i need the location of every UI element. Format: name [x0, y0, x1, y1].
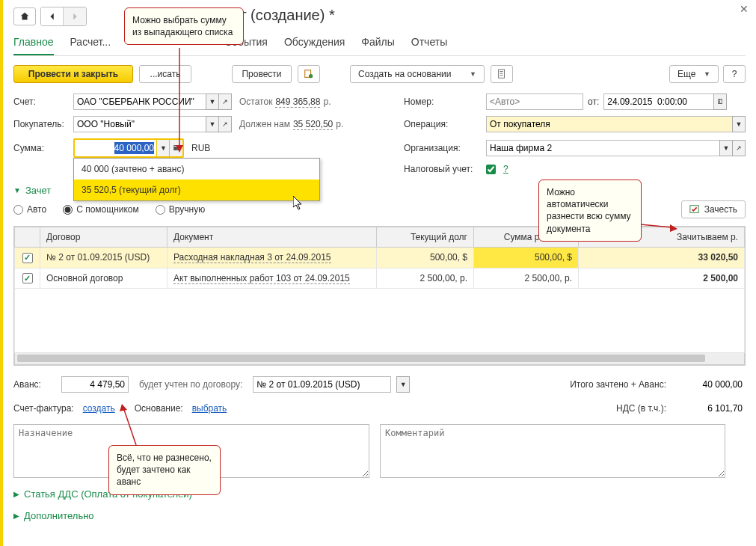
tab-calc[interactable]: Расчет... — [70, 36, 111, 55]
advance-note: будет учтен по договору: — [139, 379, 242, 390]
more-button[interactable]: Еще ▼ — [669, 65, 719, 83]
section-additional[interactable]: ▶ Дополнительно — [13, 510, 746, 521]
question-icon: ? — [732, 69, 737, 79]
radio-manual[interactable]: Вручную — [156, 204, 205, 215]
vat-label: НДС (в т.ч.): — [616, 403, 666, 414]
operation-label: Операция: — [404, 119, 486, 129]
sum-dropdown-list: 40 000 (зачтено + аванс) 35 520,5 (текущ… — [73, 158, 320, 201]
date-field[interactable] — [603, 93, 714, 110]
org-open[interactable]: ↗ — [732, 140, 746, 156]
toolbar: Провести и закрыть ...исать Провести Соз… — [13, 65, 746, 83]
close-icon[interactable]: ✕ — [740, 3, 749, 15]
radio-auto[interactable]: Авто — [13, 204, 46, 215]
callout-sum-dropdown: Можно выбрать сумму из выпадающего списк… — [124, 7, 244, 45]
svg-marker-12 — [120, 404, 127, 411]
svg-line-9 — [640, 224, 672, 227]
tax-checkbox[interactable] — [486, 165, 496, 174]
account-dropdown[interactable]: ▼ — [206, 93, 219, 110]
svg-point-1 — [309, 74, 313, 78]
document-icon — [497, 69, 507, 79]
create-invoice-link[interactable]: создать — [83, 403, 115, 414]
svg-marker-8 — [176, 145, 183, 153]
advance-contract-dropdown[interactable]: ▼ — [396, 376, 410, 393]
post-button[interactable]: Провести — [232, 65, 292, 83]
owed-value[interactable]: 35 520,50 — [293, 119, 333, 130]
org-field[interactable] — [486, 140, 720, 156]
choose-base-link[interactable]: выбрать — [192, 403, 227, 414]
sum-dropdown-btn[interactable]: ▼ — [156, 140, 170, 156]
doc-action-button[interactable] — [298, 65, 320, 83]
comment-field[interactable] — [380, 424, 725, 478]
advance-label: Аванс: — [13, 379, 55, 390]
triangle-down-icon: ▼ — [13, 186, 21, 194]
table-row[interactable]: ✓ № 2 от 01.09.2015 (USD) Расходная накл… — [15, 248, 745, 269]
number-label: Номер: — [404, 96, 486, 107]
operation-field[interactable] — [486, 116, 733, 132]
tax-help-link[interactable]: ? — [503, 164, 508, 174]
tab-bar: Главное Расчет... События Обсуждения Фай… — [13, 36, 746, 56]
tab-reports[interactable]: Отчеты — [411, 36, 447, 55]
advance-field[interactable] — [61, 376, 129, 393]
callout-arrow-icon — [640, 217, 677, 232]
vat-value — [674, 400, 746, 417]
sum-option-1[interactable]: 40 000 (зачтено + аванс) — [74, 159, 319, 180]
org-label: Организация: — [404, 143, 486, 153]
svg-line-11 — [123, 408, 136, 445]
tax-label: Налоговый учет: — [404, 164, 486, 174]
operation-dropdown[interactable]: ▼ — [732, 116, 746, 132]
post-close-button[interactable]: Провести и закрыть — [13, 65, 133, 83]
back-button[interactable] — [41, 7, 64, 25]
tab-discuss[interactable]: Обсуждения — [284, 36, 345, 55]
create-based-on-button[interactable]: Создать на основании ▼ — [350, 65, 485, 83]
doc-link[interactable]: Расходная накладная 3 от 24.09.2015 — [173, 252, 331, 263]
total-label: Итого зачтено + Аванс: — [570, 379, 666, 390]
callout-arrow-icon — [120, 404, 142, 447]
help-button[interactable]: ? — [723, 65, 746, 83]
home-icon — [19, 11, 30, 22]
home-button[interactable] — [13, 7, 36, 25]
date-picker[interactable]: 🗓 — [713, 93, 727, 110]
owed-label: Должен нам — [239, 119, 290, 129]
date-label: от: — [588, 96, 599, 107]
forward-button — [64, 7, 86, 25]
number-field[interactable] — [486, 93, 583, 110]
balance-value[interactable]: 849 365,88 — [275, 96, 320, 108]
currency-label: RUB — [191, 143, 210, 153]
account-open[interactable]: ↗ — [218, 93, 232, 110]
org-dropdown[interactable]: ▼ — [719, 140, 733, 156]
triangle-right-icon: ▶ — [13, 512, 19, 520]
offset-button[interactable]: Зачесть — [681, 200, 746, 218]
balance-label: Остаток — [239, 96, 272, 107]
table-row[interactable]: ✓ Основной договор Акт выполненных работ… — [15, 268, 745, 289]
sum-option-2[interactable]: 35 520,5 (текущий долг) — [74, 180, 319, 200]
doc-link[interactable]: Акт выполненных работ 103 от 24.09.2015 — [173, 273, 350, 284]
sum-label: Сумма: — [13, 143, 73, 153]
chevron-down-icon: ▼ — [470, 70, 476, 78]
advance-contract-field[interactable] — [253, 376, 391, 393]
svg-marker-10 — [670, 224, 677, 232]
buyer-label: Покупатель: — [13, 119, 73, 129]
triangle-right-icon: ▶ — [13, 490, 19, 498]
form: Счет: ▼ ↗ Остаток 849 365,88 р. Номер: о… — [13, 93, 746, 174]
arrow-right-icon — [70, 11, 80, 22]
col-document[interactable]: Документ — [168, 227, 377, 248]
col-contract[interactable]: Договор — [40, 227, 168, 248]
chevron-down-icon: ▼ — [704, 70, 710, 78]
col-debt[interactable]: Текущий долг — [377, 227, 474, 248]
total-value — [674, 376, 746, 393]
attach-icon — [304, 69, 314, 79]
buyer-open[interactable]: ↗ — [218, 116, 232, 132]
callout-auto-offset: Можно автоматически разнести всю сумму д… — [538, 180, 642, 242]
row-checkbox[interactable]: ✓ — [22, 273, 33, 283]
offset-table: Договор Документ Текущий долг Сумма расч… — [13, 226, 746, 366]
buyer-dropdown[interactable]: ▼ — [206, 116, 219, 132]
invoice-label: Счет-фактура: — [13, 403, 74, 414]
horizontal-scrollbar[interactable] — [14, 353, 745, 365]
tab-main[interactable]: Главное — [13, 36, 54, 55]
offset-icon — [689, 204, 700, 215]
row-checkbox[interactable]: ✓ — [22, 253, 33, 263]
tab-files[interactable]: Файлы — [361, 36, 394, 55]
show-doc-button[interactable] — [491, 65, 513, 83]
radio-assist[interactable]: С помощником — [63, 204, 139, 215]
sum-combo[interactable]: 40 000,00 ▼ 🖩 40 000 (зачтено + аванс) 3… — [73, 138, 184, 158]
